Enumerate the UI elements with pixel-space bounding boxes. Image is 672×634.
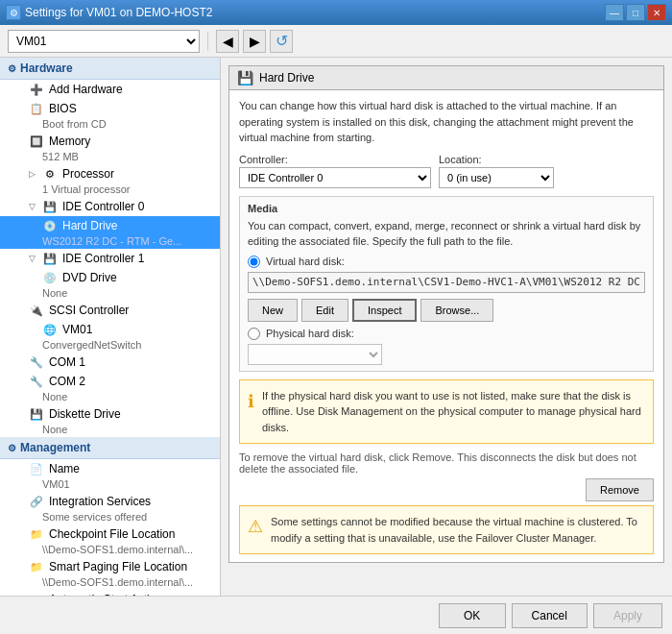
integration-icon: 🔗 [29,494,44,509]
refresh-button[interactable]: ↺ [270,30,293,53]
main-description: You can change how this virtual hard dis… [239,98,654,146]
media-subsection: Media You can compact, convert, expand, … [239,196,654,372]
warning-icon: ⚠ [248,514,263,540]
smartpaging-sub: \\Demo-SOFS1.demo.internal\... [0,576,220,590]
action-buttons: New Edit Inspect Browse... [248,299,645,322]
info-text: If the physical hard disk you want to us… [262,388,645,436]
sidebar-item-label: Add Hardware [49,83,123,96]
name-icon: 📄 [29,461,44,476]
sidebar-item-label: Smart Paging File Location [49,560,187,573]
controller-label: Controller: [239,154,431,165]
body-area: ⚙ Hardware ➕ Add Hardware 📋 BIOS Boot fr… [0,58,672,596]
hardware-icon: ⚙ [8,63,16,74]
ide0-expand-icon[interactable]: ▽ [29,202,36,211]
sidebar-item-memory[interactable]: 🔲 Memory [0,132,220,151]
hard-drive-content: You can change how this virtual hard dis… [229,90,663,562]
hardware-section-header: ⚙ Hardware [0,58,220,80]
dvd-icon: 💿 [42,270,58,285]
sidebar-item-integration[interactable]: 🔗 Integration Services [0,492,220,511]
controller-row: Controller: IDE Controller 0 Location: 0… [239,154,654,188]
processor-icon: ⚙ [42,166,58,182]
new-button[interactable]: New [248,299,298,322]
bios-icon: 📋 [29,101,44,116]
sidebar-item-ide-controller-1[interactable]: ▽ 💾 IDE Controller 1 [0,249,220,268]
remove-row: Remove [239,478,654,501]
name-sub: VM01 [0,478,220,492]
sidebar-item-checkpoint[interactable]: 📁 Checkpoint File Location [0,524,220,544]
sidebar-item-label: Diskette Drive [49,407,121,421]
maximize-button[interactable]: □ [626,4,645,21]
location-select[interactable]: 0 (in use) [439,167,554,188]
title-bar: ⚙ Settings for VM01 on DEMO-HOST2 — □ ✕ [0,0,672,25]
sidebar-item-vm01-net[interactable]: 🌐 VM01 [0,320,220,339]
sidebar-item-ide-controller-0[interactable]: ▽ 💾 IDE Controller 0 [0,197,220,216]
hard-drive-icon: 💿 [42,218,58,233]
dvd-sub: None [0,287,220,301]
virtual-disk-row: Virtual hard disk: [248,256,645,268]
processor-expand-icon[interactable]: ▷ [29,169,36,179]
media-title: Media [248,203,645,214]
controller-select[interactable]: IDE Controller 0 [239,167,431,188]
sidebar-item-bios[interactable]: 📋 BIOS [0,99,220,118]
com1-icon: 🔧 [29,354,44,370]
physical-disk-section: Physical hard disk: [248,328,645,365]
sidebar-item-label: COM 1 [49,355,85,369]
diskette-icon: 💾 [29,406,44,422]
physical-disk-radio[interactable] [248,328,260,340]
ide0-icon: 💾 [42,199,58,214]
sidebar-item-com1[interactable]: 🔧 COM 1 [0,353,220,372]
edit-button[interactable]: Edit [301,299,348,322]
virtual-disk-label: Virtual hard disk: [266,256,345,267]
sidebar-item-com2[interactable]: 🔧 COM 2 [0,372,220,391]
smartpaging-icon: 📁 [29,559,44,574]
sidebar-item-hard-drive[interactable]: 💿 Hard Drive [0,216,220,235]
app-icon: ⚙ [6,5,21,20]
apply-button[interactable]: Apply [593,603,662,628]
close-button[interactable]: ✕ [647,4,666,21]
sidebar-item-label: VM01 [62,323,92,336]
ide1-icon: 💾 [42,251,58,266]
sidebar-item-label: SCSI Controller [49,304,129,317]
info-box: ℹ If the physical hard disk you want to … [239,379,654,445]
sidebar-item-scsi[interactable]: 🔌 SCSI Controller [0,301,220,320]
sidebar-item-smartpaging[interactable]: 📁 Smart Paging File Location [0,557,220,576]
add-hardware-icon: ➕ [29,82,44,97]
inspect-button[interactable]: Inspect [352,299,417,322]
sidebar-item-name[interactable]: 📄 Name [0,459,220,478]
physical-disk-row: Physical hard disk: [248,328,645,340]
virtual-disk-radio[interactable] [248,256,260,268]
sidebar-item-processor[interactable]: ▷ ⚙ Processor [0,164,220,183]
forward-button[interactable]: ▶ [243,30,266,53]
cancel-button[interactable]: Cancel [512,603,588,628]
com2-sub: None [0,391,220,404]
ok-button[interactable]: OK [439,603,506,628]
memory-icon: 🔲 [29,134,44,149]
vm-select[interactable]: VM01 [8,30,200,53]
left-panel: ⚙ Hardware ➕ Add Hardware 📋 BIOS Boot fr… [0,58,221,596]
hard-drive-header: 💾 Hard Drive [229,66,663,90]
remove-button[interactable]: Remove [586,478,654,501]
com2-icon: 🔧 [29,374,44,389]
browse-button[interactable]: Browse... [420,299,493,322]
window-title: Settings for VM01 on DEMO-HOST2 [25,6,212,19]
back-button[interactable]: ◀ [216,30,239,53]
physical-disk-select[interactable] [248,344,382,365]
sidebar-item-dvd-drive[interactable]: 💿 DVD Drive [0,268,220,287]
bios-sub: Boot from CD [0,118,220,132]
location-group: Location: 0 (in use) [439,154,554,188]
sidebar-item-diskette[interactable]: 💾 Diskette Drive [0,404,220,424]
sidebar-item-label: Checkpoint File Location [49,527,175,541]
processor-sub: 1 Virtual processor [0,183,220,197]
hard-drive-section: 💾 Hard Drive You can change how this vir… [228,65,664,563]
hard-drive-header-icon: 💾 [237,70,253,85]
diskette-sub: None [0,424,220,437]
minimize-button[interactable]: — [605,4,624,21]
virtual-disk-path[interactable] [248,272,645,293]
sidebar-item-add-hardware[interactable]: ➕ Add Hardware [0,80,220,99]
sidebar-item-label: BIOS [49,102,77,115]
hard-drive-sub: WS2012 R2 DC - RTM - Ge... [0,235,220,249]
hard-drive-title: Hard Drive [259,71,314,85]
main-container: VM01 ◀ ▶ ↺ ⚙ Hardware ➕ Add Hardware 📋 B… [0,25,672,634]
sidebar-item-label: Memory [49,134,90,148]
ide1-expand-icon[interactable]: ▽ [29,254,36,263]
